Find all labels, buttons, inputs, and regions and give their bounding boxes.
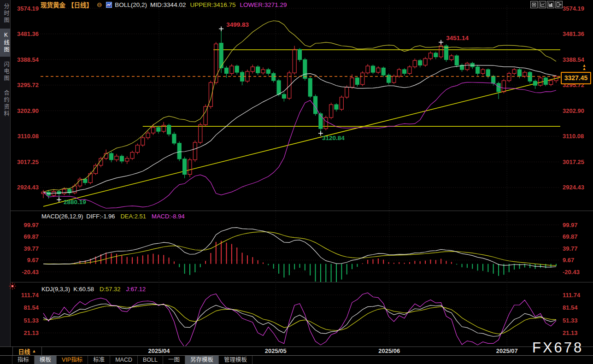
tab-vip-indicators[interactable]: VIP指标: [57, 356, 88, 364]
period-selector-button[interactable]: 日线▲: [12, 347, 42, 355]
axis-label: 39.77: [23, 245, 39, 252]
tab-save-template[interactable]: 另存模板: [185, 356, 219, 364]
sidebar-item-kline-chart[interactable]: K线图: [0, 29, 10, 57]
boll-mid-value: MID:3344.02: [150, 1, 186, 8]
axis-label: 51.33: [563, 317, 578, 324]
axis-label: 2924.43: [563, 184, 584, 191]
axis-label: 3574.19: [563, 5, 584, 12]
line-chart-tool-button[interactable]: [539, 1, 546, 8]
axis-label: 21.13: [563, 329, 578, 336]
trading-app-window: { "header": { "symbol": "现货黄金", "period"…: [0, 0, 593, 364]
axis-label: 3481.36: [563, 30, 584, 37]
macd-dea-value: DEA:2.51: [120, 213, 146, 220]
axis-label: 3110.08: [18, 133, 39, 140]
watermark: FX678: [532, 340, 583, 356]
kdj-pane: [43, 293, 556, 347]
axis-label: 9.67: [563, 257, 574, 264]
candles-layer: [41, 29, 558, 200]
kdj-k-value: K:60.58: [73, 286, 94, 293]
axis-label: 81.54: [23, 304, 39, 311]
axis-label: -20.43: [563, 269, 580, 276]
axis-label: 3202.90: [17, 107, 39, 114]
collapse-indicator-icon[interactable]: ⊖: [97, 1, 102, 8]
last-price-tag: 3327.45: [561, 72, 591, 84]
chart-type-sidebar: 分时图 K线图 闪电图 合约资料: [0, 0, 11, 346]
axis-label: 3499.83: [226, 21, 249, 28]
axis-label: 3388.54: [17, 56, 39, 63]
axis-label: 2025/07: [496, 347, 518, 354]
sidebar-item-flash-chart[interactable]: 闪电图: [0, 58, 10, 85]
axis-label: 2880.19: [64, 199, 86, 205]
toolbar-spacer: [0, 356, 12, 364]
axis-label: 3017.25: [563, 159, 584, 165]
collapse-panel-button[interactable]: [555, 1, 563, 8]
axis-label: 3202.90: [563, 107, 584, 114]
indicator-alert-icon[interactable]: [9, 282, 16, 292]
axis-label: 3574.19: [17, 5, 39, 12]
tab-indicators[interactable]: 指标: [12, 356, 35, 364]
axis-label: 39.77: [563, 245, 578, 252]
period-label: 【日线】: [68, 0, 93, 9]
axis-label: 111.74: [21, 292, 39, 299]
main-pane: [41, 21, 560, 208]
kdj-j-value: J:67.12: [126, 286, 146, 293]
axis-label: 3451.14: [446, 35, 469, 41]
axis-label: 81.54: [563, 304, 578, 311]
kdj-params: KDJ(9,3,3): [41, 286, 70, 293]
axis-label: 3295.72: [17, 82, 39, 88]
axis-label: 99.97: [23, 222, 39, 229]
axis-label: 69.87: [23, 233, 39, 240]
tab-one-chart[interactable]: 一图: [163, 356, 185, 364]
boll-upper-value: UPPER:3416.75: [190, 1, 235, 8]
tab-macd[interactable]: MACD: [110, 356, 138, 364]
axis-label: 2025/06: [378, 347, 400, 354]
bar-chart-tool-button[interactable]: [547, 1, 554, 8]
sidebar-item-contract-info[interactable]: 合约资料: [0, 87, 10, 121]
axis-label: 2025/05: [265, 347, 287, 354]
mini-chart-icon: [106, 2, 112, 8]
axis-label: 99.97: [563, 222, 578, 229]
axis-label: 51.33: [23, 317, 39, 324]
chart-tool-buttons: [530, 1, 563, 8]
axis-label: 2924.43: [17, 184, 39, 191]
sidebar-item-timeshare-chart[interactable]: 分时图: [0, 0, 10, 27]
tab-templates[interactable]: 模板: [35, 356, 57, 364]
boll-params: BOLL(20,2): [115, 1, 147, 8]
axis-label: 3388.54: [563, 56, 585, 63]
kdj-d-value: D:57.32: [100, 286, 121, 293]
axis-label: 3110.08: [563, 133, 584, 140]
chart-canvas[interactable]: 3574.193574.193481.363481.363388.543388.…: [0, 0, 593, 364]
tab-boll[interactable]: BOLL: [138, 356, 163, 364]
axis-label: 69.87: [563, 233, 578, 240]
tab-manage-templates[interactable]: 管理模板: [219, 356, 252, 364]
axis-label: 3120.84: [322, 135, 345, 141]
toolbar-filler: [252, 356, 593, 364]
macd-diff-value: DIFF:-1.96: [86, 213, 115, 220]
axis-label: 21.13: [23, 329, 39, 336]
macd-pane-header: MACD(26,12,9) DIFF:-1.96 DEA:2.51 MACD:-…: [41, 213, 185, 220]
caret-up-icon: ▲: [32, 349, 36, 353]
axis-label: -20.43: [22, 269, 39, 276]
symbol-name: 现货黄金: [41, 0, 65, 9]
crosshair-tool-button[interactable]: [530, 1, 538, 8]
price-up-arrow-icon: ▲▲: [580, 64, 588, 70]
axis-label: 2025/04: [148, 347, 170, 354]
chart-header: 现货黄金 【日线】 ⊖ BOLL(20,2) MID:3344.02 UPPER…: [41, 0, 287, 9]
axis-label: 9.67: [27, 257, 39, 264]
bottom-toolbar: 指标 模板 VIP指标 标准 MACD BOLL 一图 另存模板 管理模板: [0, 355, 593, 364]
macd-macd-value: MACD:-8.94: [152, 213, 185, 220]
kdj-pane-header: KDJ(9,3,3) K:60.58 D:57.32 J:67.12: [41, 286, 146, 293]
axis-label: 111.74: [563, 292, 581, 299]
boll-lower-value: LOWER:3271.29: [240, 1, 287, 8]
axis-label: 3017.25: [17, 159, 39, 165]
axis-label: 3481.36: [17, 30, 39, 37]
tab-standard[interactable]: 标准: [88, 356, 110, 364]
macd-params: MACD(26,12,9): [41, 213, 83, 220]
